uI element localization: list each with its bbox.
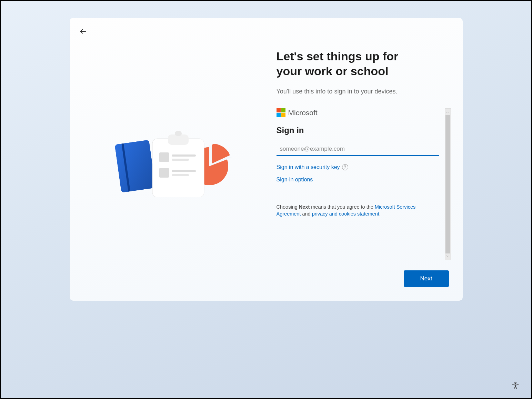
page-title: Let's set things up for your work or sch…	[277, 49, 421, 78]
legal-text: Choosing Next means that you agree to th…	[277, 203, 428, 218]
setup-card: Let's set things up for your work or sch…	[70, 18, 463, 301]
security-key-link[interactable]: Sign in with a security key	[277, 164, 340, 170]
svg-rect-2	[114, 140, 155, 193]
signin-scroll-region: Microsoft Sign in Sign in with a securit…	[277, 108, 449, 218]
svg-rect-10	[159, 152, 169, 162]
scroll-up-arrow-icon[interactable]: ︿	[445, 109, 451, 115]
microsoft-logo-icon	[277, 108, 285, 117]
svg-rect-9	[175, 131, 182, 136]
svg-rect-14	[172, 170, 196, 172]
scrollbar[interactable]: ︿ ﹀	[445, 108, 451, 260]
page-subtitle: You'll use this info to sign in to your …	[277, 88, 449, 95]
illustration-pane	[70, 18, 277, 301]
content-pane: Let's set things up for your work or sch…	[277, 18, 463, 301]
svg-rect-7	[152, 139, 204, 197]
legal-and: and	[301, 211, 312, 217]
microsoft-brand: Microsoft	[277, 108, 439, 117]
svg-rect-15	[172, 174, 189, 176]
svg-rect-8	[168, 134, 189, 145]
legal-middle: means that you agree to the	[310, 204, 375, 210]
arrow-left-icon	[79, 28, 87, 35]
svg-point-16	[515, 382, 516, 383]
help-icon[interactable]: ?	[342, 164, 348, 170]
svg-rect-11	[172, 154, 196, 157]
signin-options-link[interactable]: Sign-in options	[277, 177, 313, 183]
legal-prefix: Choosing	[277, 204, 299, 210]
svg-rect-12	[172, 159, 189, 161]
email-input[interactable]	[277, 143, 439, 156]
signin-heading: Sign in	[277, 126, 439, 135]
next-button[interactable]: Next	[404, 270, 449, 287]
microsoft-name: Microsoft	[288, 109, 318, 117]
legal-suffix: .	[379, 211, 381, 217]
svg-rect-13	[159, 168, 169, 178]
accessibility-icon	[511, 381, 520, 390]
scroll-down-arrow-icon[interactable]: ﹀	[445, 253, 451, 260]
accessibility-button[interactable]	[511, 381, 520, 391]
scrollbar-thumb[interactable]	[445, 115, 450, 253]
work-school-illustration-icon	[111, 121, 235, 197]
back-button[interactable]	[78, 26, 88, 38]
privacy-statement-link[interactable]: privacy and cookies statement	[312, 211, 379, 217]
legal-bold: Next	[299, 204, 310, 210]
